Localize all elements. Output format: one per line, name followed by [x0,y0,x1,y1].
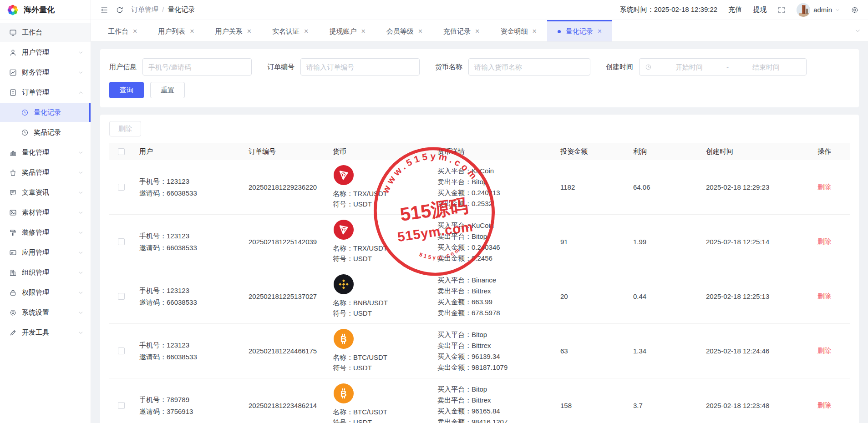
user-phone: 手机号：789789 [139,394,238,406]
coin-name-input[interactable] [468,58,590,76]
table-card: 删除 用户订单编号货币货币详情投资金额利润创建时间操作 手机号：123123邀请… [100,115,859,423]
sidebar-item-decor-mgmt[interactable]: 装修管理 [0,223,91,242]
tab-close-icon[interactable]: × [247,28,251,35]
row-checkbox[interactable] [118,238,125,245]
tab-close-icon[interactable]: × [598,28,602,35]
sidebar-item-org-mgmt[interactable]: 组织管理 [0,263,91,282]
filter-actions: 查询 重置 [109,82,850,98]
tab-close-icon[interactable]: × [418,28,422,35]
tab-user-list[interactable]: 用户列表× [147,20,204,41]
order-no-cell: 202502181229236220 [242,183,326,191]
buy-amount: 买入金额：0.240346 [437,242,549,253]
row-delete-link[interactable]: 删除 [817,292,831,300]
chevron-down-icon [835,8,840,12]
row-checkbox[interactable] [118,347,125,354]
tab-close-icon[interactable]: × [133,28,137,35]
tab-workbench[interactable]: 工作台× [97,20,147,41]
sidebar-item-quant-mgmt[interactable]: 量化管理 [0,143,91,162]
refresh-icon[interactable] [116,6,124,14]
sidebar-item-user-mgmt[interactable]: 用户管理 [0,43,91,62]
sidebar-item-label: 奖品记录 [34,128,83,137]
tab-quant-records[interactable]: 量化记录× [547,20,612,41]
column-header-4: 投资金额 [554,147,627,156]
row-checkbox[interactable] [118,402,125,409]
created-time-cell: 2025-02-18 12:25:13 [700,292,811,300]
withdraw-link[interactable]: 提现 [753,5,766,14]
sidebar-item-prize-mgmt[interactable]: 奖品管理 [0,163,91,182]
sidebar-item-app-mgmt[interactable]: 应用管理 [0,243,91,262]
system-icon [9,309,17,317]
coin-pair-name: 名称：BNB/USDT [333,297,426,308]
user-info-input[interactable] [142,58,252,76]
sidebar-nav: 工作台用户管理财务管理订单管理量化记录奖品记录量化管理奖品管理文章资讯素材管理装… [0,20,91,423]
sidebar-item-quant-records[interactable]: 量化记录 [0,103,91,122]
select-all-checkbox[interactable] [118,148,125,155]
action-cell: 删除 [811,183,850,191]
buy-platform: 买入平台：Bitop [437,384,549,395]
search-button[interactable]: 查询 [109,82,144,98]
profit-cell: 3.7 [627,402,700,409]
recharge-link[interactable]: 充值 [728,5,742,14]
tab-kyc[interactable]: 实名认证× [262,20,319,41]
coin-symbol: 符号：USDT [333,363,426,373]
column-header-3: 货币详情 [431,147,554,156]
fullscreen-icon[interactable] [777,6,786,14]
row-delete-link[interactable]: 删除 [817,183,831,191]
tabs-more-chevron-icon[interactable] [847,20,868,41]
sidebar-item-material-mgmt[interactable]: 素材管理 [0,203,91,222]
chevron-down-icon [78,150,83,155]
coin-cell: 名称：BNB/USDT符号：USDT [326,274,431,318]
chevron-down-icon [78,330,83,335]
tab-member-levels[interactable]: 会员等级× [376,20,433,41]
date-range-picker[interactable]: - [639,58,807,76]
tab-close-icon[interactable]: × [190,28,194,35]
tab-close-icon[interactable]: × [361,28,365,35]
coin-cell: 名称：TRX/USDT符号：USDT [326,220,431,264]
sidebar-item-label: 开发工具 [22,328,78,337]
sidebar-item-workbench[interactable]: 工作台 [0,23,91,42]
tab-close-icon[interactable]: × [304,28,308,35]
sidebar-item-system-settings[interactable]: 系统设置 [0,303,91,322]
sidebar-item-finance-mgmt[interactable]: 财务管理 [0,63,91,82]
table-row: 手机号：123123邀请码：66038533202502181229236220… [109,160,850,215]
tab-withdraw-accounts[interactable]: 提现账户× [319,20,376,41]
reset-button[interactable]: 重置 [150,82,185,98]
menu-fold-icon[interactable] [100,6,108,14]
user-phone: 手机号：123123 [139,230,238,242]
profit-cell: 1.99 [627,238,700,246]
start-time-input[interactable] [655,63,724,71]
tab-label: 量化记录 [566,27,593,36]
coin-symbol: 符号：USDT [333,199,426,209]
row-checkbox[interactable] [118,184,125,191]
sell-platform: 卖出平台：Bitop [437,176,549,187]
tab-label: 实名认证 [272,27,299,36]
tab-close-icon[interactable]: × [532,28,536,35]
tab-recharge-records[interactable]: 充值记录× [433,20,490,41]
row-delete-link[interactable]: 删除 [817,347,831,354]
tab-label: 用户关系 [215,27,243,36]
sidebar-item-dev-tools[interactable]: 开发工具 [0,323,91,342]
sidebar-item-label: 奖品管理 [22,168,78,177]
sidebar-item-article-news[interactable]: 文章资讯 [0,183,91,202]
tab-close-icon[interactable]: × [475,28,479,35]
row-delete-link[interactable]: 删除 [817,237,831,245]
sidebar-item-prize-records[interactable]: 奖品记录 [0,123,91,142]
tab-user-relations[interactable]: 用户关系× [205,20,262,41]
order-no-cell: 202502181223486214 [242,402,326,409]
tabs: 工作台×用户列表×用户关系×实名认证×提现账户×会员等级×充值记录×资金明细×量… [97,20,612,41]
row-delete-link[interactable]: 删除 [817,401,831,409]
settings-gear-icon[interactable] [851,6,859,14]
row-checkbox[interactable] [118,293,125,300]
bulk-delete-button[interactable]: 删除 [109,121,141,136]
avatar [797,3,810,17]
tab-fund-details[interactable]: 资金明细× [490,20,547,41]
sell-platform: 卖出平台：Bittrex [437,340,549,351]
sidebar-item-order-mgmt[interactable]: 订单管理 [0,83,91,102]
order-no-input[interactable] [300,58,420,76]
sidebar-item-label: 装修管理 [22,228,78,237]
auth-icon [9,289,17,297]
end-time-input[interactable] [731,63,801,71]
user-menu[interactable]: admin [797,3,840,17]
user-invite-code: 邀请码：66038533 [139,351,238,363]
sidebar-item-auth-mgmt[interactable]: 权限管理 [0,283,91,302]
